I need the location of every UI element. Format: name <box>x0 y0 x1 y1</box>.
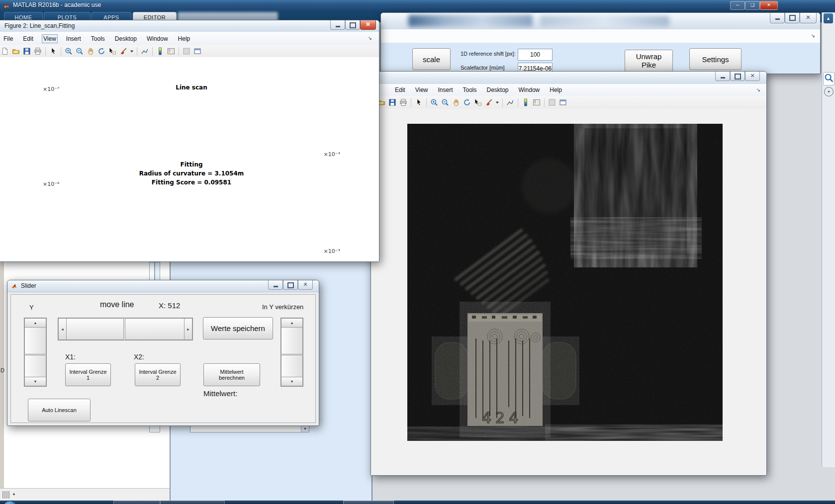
dropdown-arrow-icon[interactable] <box>495 98 499 107</box>
new-document-icon[interactable] <box>0 47 9 56</box>
rotate-3d-icon[interactable] <box>97 47 106 56</box>
taskbar-item[interactable] <box>343 501 394 504</box>
main-maximize-button[interactable]: ❏ <box>745 1 760 10</box>
paint-brush-icon[interactable] <box>484 98 493 107</box>
image-figure-close-button[interactable]: ✕ <box>745 72 760 81</box>
figure2-close-button[interactable]: ✕ <box>360 20 376 30</box>
phase-image[interactable]: 424 <box>407 124 723 441</box>
menu-item-desktop[interactable]: Desktop <box>485 85 510 94</box>
main-close-button[interactable]: ✕ <box>760 1 778 10</box>
control-panel-maximize-button[interactable] <box>785 13 800 23</box>
menu-item-tools[interactable]: Tools <box>90 34 106 43</box>
unwrap-pike-button[interactable]: Unwrap Pike <box>625 50 673 72</box>
taskbar-item[interactable] <box>113 501 160 504</box>
menu-item-window[interactable]: Window <box>145 34 170 43</box>
scale-button[interactable]: scale <box>412 48 451 70</box>
figure2-menu-overflow-icon[interactable]: ↘ <box>368 35 372 41</box>
move-line-slider[interactable]: ◄ ► <box>58 318 193 340</box>
move-line-slider-left-icon[interactable]: ◄ <box>58 318 67 340</box>
y-slider-left-down-icon[interactable]: ▼ <box>24 377 46 386</box>
expand-down-icon[interactable]: ▼ <box>824 87 834 96</box>
menu-item-help[interactable]: Help <box>177 34 192 43</box>
slider-close-button[interactable]: ✕ <box>298 280 313 290</box>
save-icon[interactable] <box>388 98 397 107</box>
plot-tools-icon[interactable] <box>548 98 557 107</box>
data-cursor-icon[interactable] <box>473 98 482 107</box>
menu-item-tools[interactable]: Tools <box>462 85 478 94</box>
menu-item-insert[interactable]: Insert <box>436 85 454 94</box>
menu-item-view[interactable]: View <box>414 85 430 94</box>
y-slider-right-thumb2[interactable] <box>281 355 303 378</box>
control-panel-minimize-button[interactable] <box>770 13 785 23</box>
insert-colorbar-icon[interactable] <box>156 47 165 56</box>
insert-legend-icon[interactable] <box>167 47 176 56</box>
open-folder-icon[interactable] <box>11 47 20 56</box>
image-figure-minimize-button[interactable] <box>715 72 730 81</box>
settings-button[interactable]: Settings <box>689 48 742 70</box>
control-panel-close-button[interactable]: ✕ <box>800 13 817 23</box>
interval-grenze-2-button[interactable]: Interval Grenze 2 <box>135 363 181 386</box>
menu-item-view[interactable]: View <box>42 34 58 43</box>
menu-item-edit[interactable]: Edit <box>393 85 407 94</box>
print-icon[interactable] <box>33 47 42 56</box>
taskbar-item[interactable] <box>160 501 225 504</box>
link-plots-icon[interactable] <box>140 47 149 56</box>
slider-minimize-button[interactable] <box>268 280 283 290</box>
zoom-in-icon[interactable] <box>64 47 73 56</box>
y-slider-left-thumb2[interactable] <box>24 355 46 378</box>
link-plots-icon[interactable] <box>506 98 515 107</box>
start-button[interactable] <box>3 501 17 504</box>
move-line-slider-thumb2[interactable] <box>125 318 185 340</box>
pan-hand-icon[interactable] <box>86 47 95 56</box>
statusbar-grip-arrow[interactable]: ▲ <box>12 492 16 496</box>
image-figure-maximize-button[interactable] <box>730 72 745 81</box>
dock-figure-icon[interactable] <box>193 47 202 56</box>
zoom-out-icon[interactable] <box>75 47 84 56</box>
paint-brush-icon[interactable] <box>119 47 128 56</box>
combobox-dropdown-icon[interactable]: ▼ <box>301 425 309 432</box>
y-slider-left-up-icon[interactable]: ▲ <box>24 318 46 328</box>
menu-item-window[interactable]: Window <box>517 85 542 94</box>
insert-colorbar-icon[interactable] <box>521 98 530 107</box>
y-slider-right[interactable]: ▲ ▼ <box>280 318 303 387</box>
cursor-arrow-icon[interactable] <box>414 98 423 107</box>
ref-shift-field[interactable]: 100 <box>518 49 553 61</box>
dropdown-arrow-icon[interactable] <box>130 47 134 56</box>
move-line-slider-thumb[interactable] <box>66 318 124 340</box>
menu-item-edit[interactable]: Edit <box>21 34 35 43</box>
print-icon[interactable] <box>399 98 408 107</box>
plot-tools-icon[interactable] <box>182 47 191 56</box>
zoom-in-icon[interactable] <box>430 98 439 107</box>
figure2-minimize-button[interactable] <box>330 20 345 30</box>
search-icon[interactable] <box>823 72 835 85</box>
menu-item-desktop[interactable]: Desktop <box>113 34 138 43</box>
insert-legend-icon[interactable] <box>532 98 541 107</box>
menu-item-insert[interactable]: Insert <box>65 34 83 43</box>
figure2-maximize-button[interactable] <box>345 20 360 30</box>
pan-hand-icon[interactable] <box>452 98 461 107</box>
cursor-arrow-icon[interactable] <box>49 47 58 56</box>
y-slider-right-up-icon[interactable]: ▲ <box>281 318 303 328</box>
save-icon[interactable] <box>22 47 31 56</box>
y-slider-left[interactable]: ▲ ▼ <box>24 318 47 387</box>
y-slider-right-down-icon[interactable]: ▼ <box>281 377 303 386</box>
interval-grenze-1-button[interactable]: Interval Grenze 1 <box>65 363 111 386</box>
slider-maximize-button[interactable] <box>283 280 298 290</box>
menu-item-file[interactable]: File <box>2 34 14 43</box>
zoom-out-icon[interactable] <box>441 98 450 107</box>
mittelwert-berechnen-button[interactable]: Mittelwert berechnen <box>203 363 260 386</box>
menu-overflow-icon[interactable]: ↘ <box>811 33 815 38</box>
data-cursor-icon[interactable] <box>108 47 117 56</box>
y-slider-left-thumb[interactable] <box>24 327 46 354</box>
auto-linescan-button[interactable]: Auto Linescan <box>28 399 91 421</box>
menu-item-help[interactable]: Help <box>548 85 563 94</box>
y-slider-right-thumb[interactable] <box>281 327 303 354</box>
move-line-slider-right-icon[interactable]: ► <box>184 318 192 340</box>
collapse-panel-icon[interactable]: ▲ <box>824 13 833 23</box>
save-values-button[interactable]: Werte speichern <box>203 317 273 339</box>
dock-figure-icon[interactable] <box>558 98 567 107</box>
rotate-3d-icon[interactable] <box>463 98 471 107</box>
main-minimize-button[interactable]: ─ <box>730 1 745 10</box>
image-menu-overflow-icon[interactable]: ↘ <box>756 87 760 92</box>
statusbar-grip[interactable] <box>2 491 10 499</box>
